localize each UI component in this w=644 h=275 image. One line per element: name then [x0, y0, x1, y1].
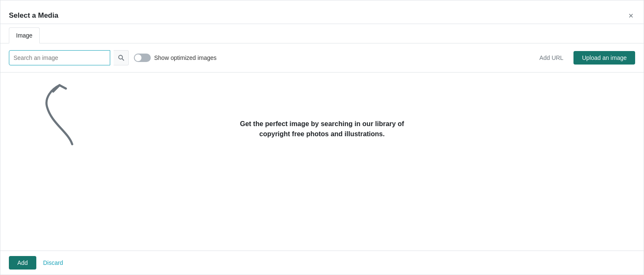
arrow-area — [26, 81, 85, 150]
arrow-icon — [26, 81, 85, 148]
close-button[interactable]: × — [627, 11, 635, 20]
search-icon — [118, 54, 125, 61]
add-button[interactable]: Add — [9, 256, 36, 270]
dialog-header: Select a Media × — [0, 0, 644, 24]
toolbar: Show optimized images Add URL Upload an … — [0, 43, 644, 73]
optimized-images-toggle[interactable] — [134, 54, 151, 62]
center-description: Get the perfect image by searching in ou… — [240, 119, 404, 139]
dialog-title: Select a Media — [9, 11, 58, 20]
toggle-label: Show optimized images — [154, 54, 217, 61]
toggle-wrapper: Show optimized images — [134, 54, 217, 62]
search-button[interactable] — [114, 50, 129, 65]
main-content: Get the perfect image by searching in ou… — [0, 73, 644, 251]
search-input[interactable] — [9, 50, 110, 65]
select-media-dialog: Select a Media × Image Show optimized im… — [0, 0, 644, 275]
tab-image[interactable]: Image — [9, 27, 40, 43]
svg-line-1 — [122, 59, 124, 61]
discard-button[interactable]: Discard — [43, 259, 63, 266]
upload-image-button[interactable]: Upload an image — [573, 51, 635, 65]
tabs-row: Image — [0, 24, 644, 43]
description-text: Get the perfect image by searching in ou… — [240, 119, 404, 139]
svg-point-0 — [119, 55, 122, 59]
add-url-button[interactable]: Add URL — [533, 54, 570, 61]
dialog-footer: Add Discard — [0, 251, 644, 275]
